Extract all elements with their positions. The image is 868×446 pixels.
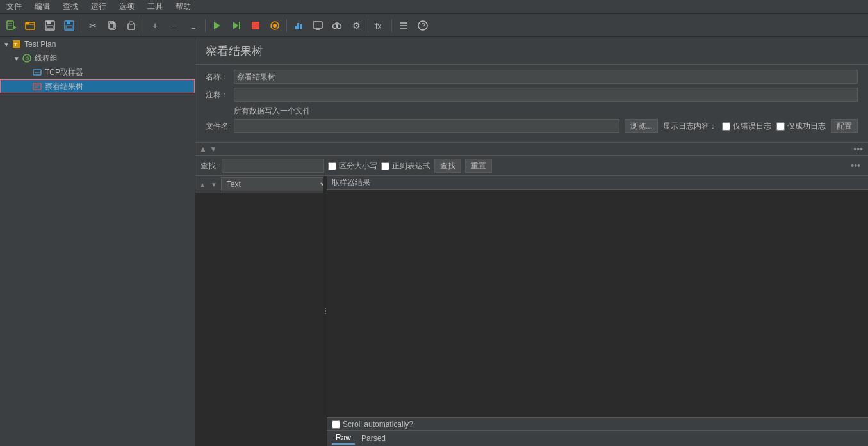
case-sensitive-text: 区分大小写 (339, 161, 377, 171)
name-input[interactable] (234, 70, 858, 84)
comment-input[interactable] (234, 88, 858, 102)
remote-button[interactable] (309, 17, 327, 35)
sep4 (286, 19, 287, 32)
save-button[interactable] (60, 17, 78, 35)
sep5 (368, 19, 368, 32)
resize-dots-icon (325, 308, 326, 314)
sample-arrow-up[interactable]: ▲ (198, 181, 207, 188)
svg-rect-11 (67, 21, 70, 24)
scroll-auto-row: Scroll automatically? (327, 418, 868, 430)
sample-panel: ▲ ▼ Text RegExp Tester CSS/JQuery Tester… (195, 176, 323, 446)
scroll-auto-checkbox[interactable] (332, 420, 340, 429)
svg-rect-26 (313, 22, 322, 28)
save-template-button[interactable] (41, 17, 59, 35)
arrow-up-btn[interactable]: ▲ (198, 145, 208, 154)
new-button[interactable] (3, 17, 20, 35)
search-label: 查找: (201, 161, 218, 171)
log-content-label: 显示日志内容： (663, 121, 717, 132)
success-log-label: 仅成功日志 (787, 121, 826, 132)
search-input[interactable] (222, 159, 324, 173)
form-area: 名称： 注释： 所有数据写入一个文件 文件名 浏览... 显示日志内容： (195, 65, 868, 143)
tree-item-tcp-sampler[interactable]: ▶ TCP取样器 (0, 65, 195, 79)
svg-text:T: T (14, 42, 17, 47)
menu-file[interactable]: 文件 (3, 0, 26, 13)
svg-text:⚙: ⚙ (25, 56, 29, 61)
menu-run[interactable]: 运行 (87, 0, 110, 13)
collapse-button[interactable]: − (165, 17, 183, 35)
toggle-button[interactable]: ⎯ (184, 17, 202, 35)
paste-button[interactable] (122, 17, 140, 35)
sample-panel-toolbar: ▲ ▼ Text RegExp Tester CSS/JQuery Tester… (195, 176, 323, 193)
regex-checkbox[interactable] (381, 162, 389, 170)
result-content[interactable] (327, 190, 868, 417)
stop-button[interactable] (247, 17, 265, 35)
result-panel: 取样器结果 Scroll automatically? Raw Parsed (327, 176, 868, 446)
comment-label: 注释： (206, 90, 229, 100)
settings-button[interactable]: ⚙ (347, 17, 365, 35)
comment-row: 注释： (206, 88, 858, 102)
tab-parsed[interactable]: Parsed (357, 433, 389, 444)
name-label: 名称： (206, 72, 229, 83)
case-sensitive-checkbox[interactable] (328, 162, 336, 170)
expand-button[interactable]: + (146, 17, 164, 35)
menu-tools[interactable]: 工具 (143, 0, 167, 13)
type-select[interactable]: Text RegExp Tester CSS/JQuery Tester XPa… (221, 177, 323, 191)
regex-label[interactable]: 正则表达式 (381, 161, 430, 171)
open-button[interactable] (22, 17, 40, 35)
svg-text:fx: fx (375, 22, 381, 31)
svg-rect-9 (47, 26, 53, 29)
page-title: 察看结果树 (195, 37, 868, 65)
file-section-label: 所有数据写入一个文件 (206, 106, 858, 116)
tree-item-view-results-tree[interactable]: ▶ 察看结果树 (0, 79, 195, 93)
arrow-down-btn[interactable]: ▼ (208, 145, 218, 154)
reset-button[interactable]: 重置 (465, 159, 492, 173)
functions-button[interactable]: fx (371, 17, 389, 35)
shutdown-button[interactable] (266, 17, 284, 35)
sample-arrow-down[interactable]: ▼ (209, 181, 218, 188)
result-panel-title: 取样器结果 (332, 177, 370, 188)
svg-rect-25 (300, 24, 302, 29)
scroll-auto-label[interactable]: Scroll automatically? (343, 420, 413, 429)
sep1 (81, 19, 81, 32)
test-plan-icon: T (12, 39, 22, 49)
regex-text: 正则表达式 (392, 161, 430, 171)
error-log-checkbox-label[interactable]: 仅错误日志 (722, 121, 771, 132)
expand-arrow-thread-group[interactable]: ▼ (13, 54, 20, 62)
result-panel-toolbar: 取样器结果 (327, 176, 868, 190)
toolbar: ✂ + − ⎯ ⚙ fx (0, 14, 868, 37)
tree-item-test-plan[interactable]: ▼ T Test Plan (0, 37, 195, 51)
find-button[interactable]: 查找 (434, 159, 461, 173)
config-button[interactable]: 配置 (831, 119, 858, 133)
menu-find[interactable]: 查找 (59, 0, 82, 13)
expand-arrow-test-plan[interactable]: ▼ (3, 40, 10, 48)
case-sensitive-label[interactable]: 区分大小写 (328, 161, 377, 171)
file-row: 文件名 浏览... 显示日志内容： 仅错误日志 仅成功日志 (206, 119, 858, 133)
menu-options[interactable]: 选项 (115, 0, 138, 13)
tree-item-thread-group[interactable]: ▼ ⚙ 线程组 (0, 51, 195, 65)
browse-button[interactable]: 浏览... (625, 119, 658, 133)
success-log-checkbox[interactable] (776, 122, 785, 131)
copy-button[interactable] (103, 17, 121, 35)
file-input[interactable] (234, 119, 619, 133)
sep3 (205, 19, 206, 32)
tab-raw[interactable]: Raw (332, 432, 355, 445)
binoculars-button[interactable] (328, 17, 346, 35)
start-no-pause-button[interactable] (227, 17, 245, 35)
tree-item-label: 线程组 (35, 53, 58, 64)
help-button[interactable]: ? (414, 17, 432, 35)
tcp-sampler-icon (32, 67, 42, 77)
success-log-checkbox-label[interactable]: 仅成功日志 (776, 121, 826, 132)
start-button[interactable] (208, 17, 226, 35)
tree-item-label: 察看结果树 (45, 81, 83, 92)
search-more-btn[interactable]: ••• (848, 161, 863, 171)
main-layout: ▼ T Test Plan ▼ ⚙ 线程组 ▶ TCP取样器 ▶ (0, 37, 868, 446)
sep6 (391, 19, 392, 32)
cut-button[interactable]: ✂ (84, 17, 102, 35)
error-log-checkbox[interactable] (722, 122, 730, 131)
aggregate-button[interactable] (395, 17, 413, 35)
sample-list[interactable] (195, 193, 323, 446)
chart-button[interactable] (290, 17, 307, 35)
menu-edit[interactable]: 编辑 (31, 0, 54, 13)
more-options-btn[interactable]: ••• (851, 144, 865, 154)
menu-help[interactable]: 帮助 (172, 0, 195, 13)
